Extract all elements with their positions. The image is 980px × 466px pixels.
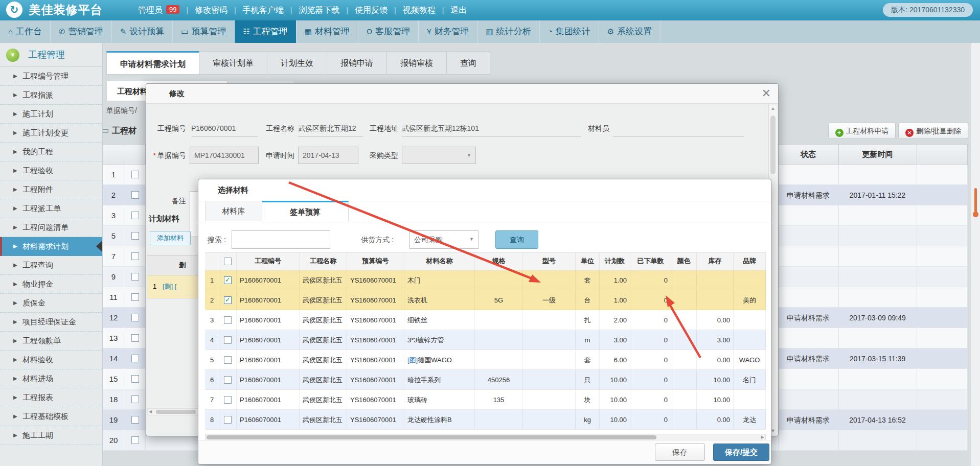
- sidebar-item[interactable]: ▶材料验收: [0, 351, 102, 369]
- row-checkbox[interactable]: [224, 336, 232, 344]
- material-row[interactable]: 8P1606070001武侯区新北五YS1606070001龙达硬性涂料Bkg1…: [205, 410, 766, 430]
- header-menu-item[interactable]: 退出: [450, 6, 467, 14]
- sidebar-item[interactable]: ▶工程查询: [0, 256, 102, 275]
- vscroll-thumb[interactable]: [770, 115, 776, 174]
- close-icon[interactable]: ✕: [762, 86, 771, 101]
- scroll-up-icon[interactable]: ▲: [769, 106, 777, 111]
- tab-6[interactable]: 查询: [447, 51, 490, 75]
- add-material-button[interactable]: 添加材料: [150, 231, 191, 245]
- order-no-input[interactable]: MP1704130001: [190, 147, 259, 164]
- material-row[interactable]: 6P1606070001武侯区新北五YS1606070001暗拉手系列45025…: [205, 370, 766, 390]
- image-link[interactable]: [图]: [407, 356, 418, 364]
- user-label[interactable]: 管理员: [138, 6, 163, 14]
- sidebar-item[interactable]: ▶工程问题清单: [0, 218, 102, 237]
- sidebar-item[interactable]: ▶材料需求计划: [0, 237, 102, 256]
- material-row[interactable]: 4P1606070001武侯区新北五YS16060700013*3镀锌方管m3.…: [205, 330, 766, 350]
- scrollbar-thumb[interactable]: [974, 188, 977, 215]
- sidebar-item[interactable]: ▶工程报表: [0, 388, 102, 407]
- row-checkbox[interactable]: [131, 314, 139, 321]
- row-checkbox[interactable]: [131, 395, 139, 403]
- row-checkbox[interactable]: [131, 273, 139, 281]
- row-checkbox[interactable]: [224, 376, 232, 384]
- edit-modal-hscrollbar[interactable]: ◀: [147, 408, 198, 415]
- row-checkbox[interactable]: [224, 296, 232, 304]
- nav-tab-chat[interactable]: ✆营销管理: [51, 20, 112, 43]
- add-material-request-button[interactable]: +工程材料申请: [828, 123, 896, 139]
- row-checkbox[interactable]: [131, 416, 139, 424]
- sidebar-item[interactable]: ▶工程编号管理: [0, 67, 102, 86]
- row-checkbox[interactable]: [131, 355, 139, 362]
- sidebar-item[interactable]: ▶施工工期: [0, 426, 102, 445]
- sidebar-item[interactable]: ▶工程验收: [0, 161, 102, 180]
- hscroll-thumb[interactable]: [207, 435, 656, 439]
- row-checkbox[interactable]: [131, 252, 139, 260]
- header-menu-item[interactable]: 使用反馈: [355, 6, 388, 14]
- hscroll-thumb[interactable]: [156, 410, 196, 414]
- purchase-type-select[interactable]: ▼: [402, 147, 476, 164]
- row-checkbox[interactable]: [131, 293, 139, 301]
- row-checkbox[interactable]: [131, 212, 139, 219]
- row-checkbox[interactable]: [131, 334, 139, 342]
- row-checkbox[interactable]: [224, 276, 232, 284]
- nav-tab-piechart[interactable]: ◔集团统计: [540, 20, 599, 43]
- nav-tab-monitor[interactable]: ▭预算管理: [173, 20, 235, 43]
- nav-tab-headset[interactable]: Ω客服管理: [358, 20, 419, 43]
- row-checkbox[interactable]: [224, 396, 232, 404]
- tab-5[interactable]: 报销审核: [387, 51, 447, 75]
- sidebar-header[interactable]: ▼ 工程管理: [0, 43, 102, 67]
- sidebar-item[interactable]: ▶工程指派: [0, 86, 102, 105]
- header-menu-item[interactable]: 手机客户端: [243, 6, 284, 14]
- row-checkbox[interactable]: [224, 416, 232, 424]
- sidebar-item[interactable]: ▶项目经理保证金: [0, 313, 102, 332]
- sidebar-item[interactable]: ▶物业押金: [0, 275, 102, 294]
- tab-2[interactable]: 审核计划单: [199, 51, 267, 75]
- nav-tab-barchart[interactable]: ▥统计分析: [478, 20, 540, 43]
- nav-tab-home[interactable]: ⌂工作台: [0, 20, 51, 43]
- search-input[interactable]: [232, 230, 330, 249]
- nav-tab-gear[interactable]: ⚙系统设置: [599, 20, 660, 43]
- material-row[interactable]: 7P1606070001武侯区新北五YS1606070001玻璃砖135块10.…: [205, 390, 766, 410]
- header-menu-item[interactable]: 浏览器下载: [299, 6, 339, 14]
- material-row[interactable]: 1P1606070001武侯区新北五YS1606070001木门套1.000: [205, 270, 766, 290]
- material-row[interactable]: 2P1606070001武侯区新北五YS1606070001洗衣机5G一级台1.…: [205, 290, 766, 310]
- material-source-tab-2[interactable]: 签单预算: [262, 201, 349, 222]
- delete-link[interactable]: [删] [: [163, 275, 176, 298]
- row-checkbox[interactable]: [131, 375, 139, 383]
- select-all-checkbox[interactable]: [224, 258, 232, 265]
- row-checkbox[interactable]: [224, 356, 232, 364]
- row-checkbox[interactable]: [131, 436, 139, 444]
- row-checkbox[interactable]: [131, 171, 139, 178]
- sidebar-item[interactable]: ▶质保金: [0, 294, 102, 313]
- nav-tab-yuan[interactable]: ¥财务管理: [419, 20, 477, 43]
- save-submit-button[interactable]: 保存/提交: [713, 444, 769, 461]
- sidebar-item[interactable]: ▶工程领款单: [0, 332, 102, 351]
- page-scrollbar[interactable]: [971, 43, 980, 466]
- sidebar-item[interactable]: ▶施工计划变更: [0, 124, 102, 143]
- sidebar-item[interactable]: ▶工程基础模板: [0, 407, 102, 426]
- sidebar-item[interactable]: ▶施工计划: [0, 105, 102, 124]
- header-menu-item[interactable]: 视频教程: [403, 6, 436, 14]
- sidebar-item[interactable]: ▶工程附件: [0, 180, 102, 199]
- nav-tab-project[interactable]: ☷工程管理: [235, 20, 296, 43]
- material-row[interactable]: 3P1606070001武侯区新北五YS1606070001细铁丝扎2.0000…: [205, 310, 766, 330]
- supply-mode-select[interactable]: 公司采购 ▼: [409, 230, 478, 249]
- row-checkbox[interactable]: [224, 316, 232, 324]
- nav-tab-grid[interactable]: ▦材料管理: [297, 20, 358, 43]
- tab-3[interactable]: 计划生效: [267, 51, 327, 75]
- save-button[interactable]: 保存: [655, 444, 705, 461]
- tab-1[interactable]: 申请材料需求计划: [106, 51, 199, 75]
- material-row[interactable]: 5P1606070001武侯区新北五YS1606070001[图]德国WAGO套…: [205, 350, 766, 370]
- row-checkbox[interactable]: [131, 191, 139, 199]
- material-source-tab-1[interactable]: 材料库: [205, 201, 262, 221]
- row-checkbox[interactable]: [131, 232, 139, 240]
- tab-4[interactable]: 报销申请: [327, 51, 387, 75]
- sidebar-item[interactable]: ▶材料进场: [0, 369, 102, 388]
- query-button[interactable]: 查询: [495, 230, 538, 249]
- nav-tab-edit[interactable]: ✎设计预算: [112, 20, 173, 43]
- header-menu-item[interactable]: 修改密码: [195, 6, 227, 14]
- sidebar-item[interactable]: ▶工程派工单: [0, 199, 102, 218]
- sidebar-item[interactable]: ▶我的工程: [0, 143, 102, 161]
- apply-time-input[interactable]: 2017-04-13: [298, 147, 358, 164]
- delete-batch-button[interactable]: ✕删除/批量删除: [898, 123, 968, 139]
- scroll-left-icon[interactable]: ◀: [149, 409, 152, 415]
